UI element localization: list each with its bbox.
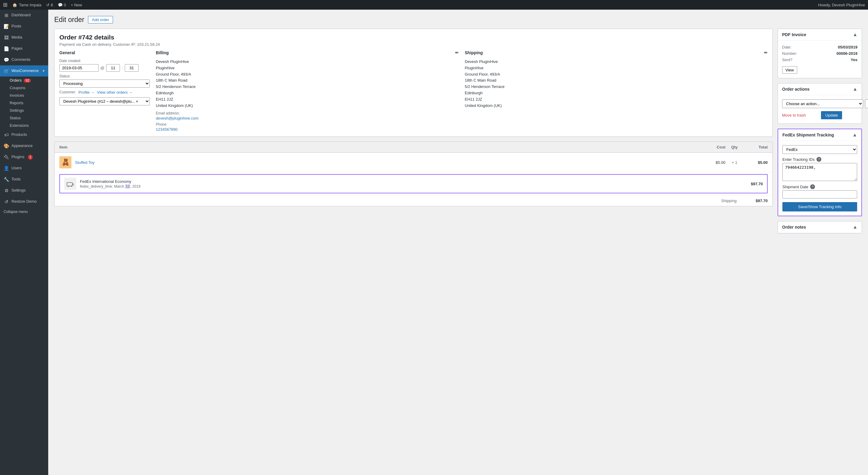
- collapse-menu-btn[interactable]: Collapse menu: [0, 207, 48, 216]
- sidebar-item-coupons[interactable]: Coupons: [0, 84, 48, 92]
- main-content: Edit order Add order Order #742 details …: [48, 10, 868, 475]
- sidebar-item-restore-demo[interactable]: ↺ Restore Demo: [0, 196, 48, 207]
- minute-input[interactable]: [125, 64, 138, 72]
- order-details-header: Order #742 details Payment via Cash on d…: [59, 34, 768, 47]
- new-content-link[interactable]: + New: [71, 3, 82, 7]
- order-notes-toggle[interactable]: ▲: [852, 225, 858, 230]
- main-panel: Order #742 details Payment via Cash on d…: [54, 29, 773, 233]
- sidebar-item-settings-woo[interactable]: Settings: [0, 107, 48, 114]
- totals-shipping-row: Shipping: $97.70: [55, 195, 772, 206]
- customer-select[interactable]: Devesh PluginHive (#12 – devesh@plu... ×: [59, 97, 150, 105]
- sidebar-item-orders[interactable]: Orders 92: [0, 76, 48, 84]
- invoice-number-row: Number: 00006-2019: [782, 51, 858, 56]
- fedex-tracking-body: FedEx UPS USPS DHL Enter Tracking IDs ? …: [778, 141, 861, 216]
- colon-separator: :: [122, 66, 123, 70]
- sidebar-item-plugins[interactable]: 🔌 Plugins 1: [0, 151, 48, 163]
- date-label: Date created:: [59, 59, 150, 63]
- sidebar-item-posts[interactable]: 📝 Posts: [0, 21, 48, 32]
- plugins-badge: 1: [28, 155, 33, 160]
- revisions-link[interactable]: ↺ 8: [46, 3, 53, 7]
- order-number: Order #742 details: [59, 34, 768, 41]
- sidebar-item-dashboard[interactable]: ⊞ Dashboard: [0, 10, 48, 21]
- sidebar-item-label: Comments: [11, 57, 30, 62]
- item-name-link[interactable]: Stuffed Toy: [75, 160, 95, 165]
- view-orders-link[interactable]: View other orders →: [97, 90, 133, 96]
- sidebar-item-status[interactable]: Status: [0, 114, 48, 122]
- order-notes-title: Order notes: [782, 225, 806, 230]
- sidebar-item-extensions[interactable]: Extensions: [0, 122, 48, 129]
- tracking-ids-help-icon[interactable]: ?: [816, 157, 821, 162]
- col-total-header: Total: [744, 145, 768, 149]
- add-order-button[interactable]: Add order: [88, 16, 113, 24]
- shipping-icon: [64, 178, 76, 190]
- phone-link[interactable]: 1234567890: [156, 127, 178, 132]
- save-tracking-button[interactable]: Save/Show Tracking Info: [782, 202, 857, 211]
- sidebar-item-label: Settings: [11, 188, 26, 193]
- shipping-name: FedEx International Economy: [80, 179, 739, 184]
- sidebar-item-settings[interactable]: ⚙ Settings: [0, 185, 48, 196]
- sidebar-item-tools[interactable]: 🔧 Tools: [0, 174, 48, 185]
- totals-shipping-label: Shipping:: [701, 199, 738, 203]
- update-button[interactable]: Update: [821, 111, 842, 119]
- shipment-date-input[interactable]: [782, 190, 857, 199]
- pages-icon: 📄: [4, 45, 9, 52]
- sidebar-item-reports[interactable]: Reports: [0, 99, 48, 107]
- shipment-date-help-icon[interactable]: ?: [810, 184, 815, 189]
- action-select[interactable]: Choose an action... Email invoice / orde…: [782, 99, 863, 108]
- site-name: Tame Impala: [19, 3, 41, 7]
- sidebar-item-comments[interactable]: 💬 Comments: [0, 54, 48, 65]
- woocommerce-icon: 🛒: [4, 68, 9, 74]
- user-greeting: Howdy, Devesh PluginHive: [818, 3, 865, 7]
- email-link[interactable]: devesh@pluginhive.com: [156, 116, 198, 121]
- item-info: Stuffed Toy: [75, 160, 701, 165]
- billing-section-title: Billing ✏: [156, 50, 459, 55]
- email-label: Email address:: [156, 111, 459, 115]
- sidebar-item-appearance[interactable]: 🎨 Appearance: [0, 140, 48, 151]
- action-go-button[interactable]: ›: [865, 99, 868, 108]
- customer-label: Customer:: [59, 90, 76, 94]
- plugins-icon: 🔌: [4, 154, 9, 160]
- profile-link[interactable]: Profile →: [79, 90, 94, 96]
- sidebar-item-pages[interactable]: 📄 Pages: [0, 43, 48, 54]
- move-to-trash-link[interactable]: Move to trash: [782, 113, 806, 117]
- site-link[interactable]: 🏠 Tame Impala: [12, 3, 41, 7]
- order-actions-toggle[interactable]: ▲: [852, 87, 858, 92]
- shipping-details: FedEx International Economy fedex_delive…: [80, 179, 739, 189]
- shipping-item-row: FedEx International Economy fedex_delive…: [59, 174, 768, 193]
- view-invoice-button[interactable]: View: [782, 66, 797, 74]
- sidebar-item-woocommerce[interactable]: 🛒 WooCommerce ▾: [0, 65, 48, 76]
- status-select[interactable]: Processing Pending payment On hold Compl…: [59, 79, 150, 88]
- pdf-invoice-toggle[interactable]: ▲: [852, 32, 858, 37]
- billing-edit-icon[interactable]: ✏: [455, 50, 459, 55]
- sidebar-item-users[interactable]: 👤 Users: [0, 163, 48, 174]
- sidebar-item-products[interactable]: 🏷 Products: [0, 129, 48, 140]
- sidebar-item-label: Products: [11, 132, 27, 137]
- fedex-carrier-select[interactable]: FedEx UPS USPS DHL: [782, 145, 857, 154]
- sidebar-item-invoices[interactable]: Invoices: [0, 92, 48, 99]
- pdf-invoice-title: PDF Invoice: [782, 32, 806, 37]
- item-cost: $5.00: [701, 160, 725, 165]
- fedex-tracking-card: FedEx Shipment Tracking ▲ FedEx UPS USPS…: [778, 129, 862, 216]
- sidebar-item-label: Plugins: [11, 154, 24, 160]
- pdf-invoice-header: PDF Invoice ▲: [778, 29, 862, 41]
- sidebar-item-label: Restore Demo: [11, 199, 37, 204]
- status-label: Status:: [59, 74, 150, 78]
- orders-badge: 92: [24, 79, 31, 82]
- order-details-card: Order #742 details Payment via Cash on d…: [54, 29, 773, 137]
- invoice-sent-value: Yes: [851, 58, 858, 62]
- at-sign: @: [100, 66, 104, 70]
- date-input[interactable]: [59, 64, 98, 72]
- tracking-ids-textarea[interactable]: 794664223198,: [782, 163, 857, 181]
- hour-input[interactable]: [106, 64, 120, 72]
- section-shipping: Shipping ✏ Devesh PluginHive PluginHive …: [465, 50, 768, 132]
- side-panel: PDF Invoice ▲ Date: 05/03/2019 Number: 0…: [778, 29, 862, 233]
- order-actions-card: Order actions ▲ Choose an action... Emai…: [778, 83, 862, 124]
- invoice-date-row: Date: 05/03/2019: [782, 45, 858, 49]
- wp-logo-icon[interactable]: ⊞: [3, 1, 7, 8]
- section-billing: Billing ✏ Devesh PluginHive PluginHive G…: [156, 50, 459, 132]
- shipping-edit-icon[interactable]: ✏: [764, 50, 768, 55]
- comments-link[interactable]: 💬 0: [58, 3, 66, 7]
- fedex-tracking-toggle[interactable]: ▲: [852, 132, 857, 138]
- order-actions-body: Choose an action... Email invoice / orde…: [778, 95, 862, 124]
- sidebar-item-media[interactable]: 🖼 Media: [0, 32, 48, 43]
